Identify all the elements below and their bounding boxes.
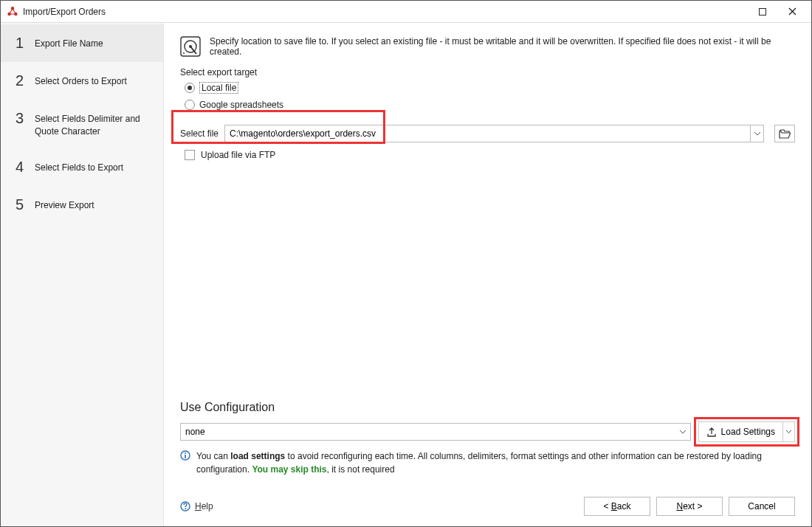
upload-icon: [706, 427, 717, 437]
file-select-row: Select file: [180, 125, 795, 142]
load-settings-dropdown[interactable]: [782, 422, 794, 441]
step-export-file-name[interactable]: 1 Export File Name: [1, 24, 163, 62]
app-icon: [7, 6, 18, 18]
browse-button[interactable]: [774, 125, 795, 142]
window: Import/Export Orders 1 Export File Name …: [0, 0, 812, 527]
radio-local-file-label: Local file: [199, 82, 238, 94]
use-configuration-section: Use Configuration none Load Settings: [180, 401, 795, 476]
radio-icon: [185, 83, 195, 93]
maximize-button[interactable]: [748, 1, 777, 22]
configuration-hint: You can load settings to avoid reconfigu…: [180, 450, 795, 476]
step-preview-export[interactable]: 5 Preview Export: [1, 186, 163, 224]
radio-google-label: Google spreadsheets: [199, 100, 283, 110]
next-button[interactable]: Next >: [656, 497, 723, 516]
close-button[interactable]: [777, 1, 807, 22]
help-link[interactable]: Help: [180, 501, 213, 512]
radio-icon: [185, 100, 195, 110]
svg-point-9: [185, 452, 186, 454]
help-icon: [180, 501, 190, 512]
load-settings-button[interactable]: Load Settings: [698, 421, 795, 442]
footer: Help < Back Next > Cancel: [180, 497, 795, 516]
body: 1 Export File Name 2 Select Orders to Ex…: [1, 23, 811, 526]
use-configuration-title: Use Configuration: [180, 401, 795, 414]
configuration-select[interactable]: none: [180, 423, 691, 441]
load-settings-label: Load Settings: [721, 427, 775, 437]
step-select-fields[interactable]: 4 Select Fields to Export: [1, 148, 163, 186]
file-path-dropdown[interactable]: [751, 125, 764, 142]
radio-google-spreadsheets[interactable]: Google spreadsheets: [185, 100, 795, 110]
svg-point-7: [183, 52, 185, 54]
info-text: Specify location to save file to. If you…: [210, 36, 795, 57]
main-panel: Specify location to save file to. If you…: [164, 23, 811, 526]
file-path-input[interactable]: [224, 125, 751, 142]
svg-point-12: [185, 508, 186, 509]
back-button[interactable]: < Back: [584, 497, 650, 516]
svg-rect-3: [760, 8, 766, 15]
step-delimiter-quote[interactable]: 3 Select Fields Delimiter and Quote Char…: [1, 100, 163, 148]
checkbox-icon: [185, 150, 195, 160]
titlebar: Import/Export Orders: [1, 1, 811, 23]
info-row: Specify location to save file to. If you…: [180, 36, 795, 57]
radio-local-file[interactable]: Local file: [185, 82, 795, 94]
configuration-select-value: none: [185, 427, 205, 437]
info-icon: [180, 450, 190, 461]
window-title: Import/Export Orders: [23, 7, 748, 17]
cancel-button[interactable]: Cancel: [729, 497, 795, 516]
wizard-steps-sidebar: 1 Export File Name 2 Select Orders to Ex…: [1, 23, 164, 526]
step-select-orders[interactable]: 2 Select Orders to Export: [1, 62, 163, 100]
disk-icon: [180, 36, 201, 57]
upload-ftp-label: Upload file via FTP: [201, 150, 275, 160]
select-file-label: Select file: [180, 128, 219, 139]
upload-ftp-checkbox-row[interactable]: Upload file via FTP: [185, 150, 795, 160]
chevron-down-icon: [680, 430, 686, 434]
export-target-label: Select export target: [180, 67, 795, 78]
folder-open-icon: [779, 129, 791, 139]
hint-text: You can load settings to avoid reconfigu…: [196, 450, 795, 476]
svg-rect-10: [185, 455, 186, 458]
